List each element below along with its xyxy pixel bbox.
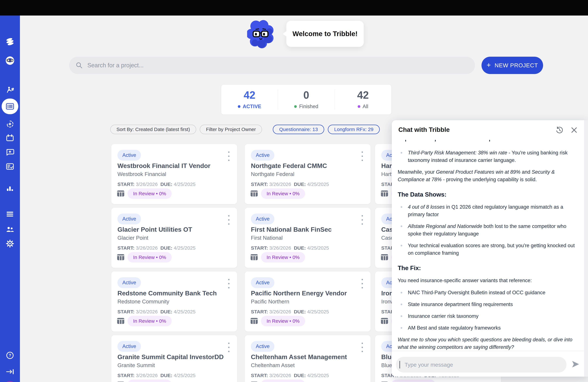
sidebar-item-journeys[interactable] [5, 86, 15, 95]
chat-scrollbar[interactable] [584, 120, 588, 377]
board-icon [116, 189, 125, 197]
board-icon [250, 253, 258, 261]
project-card[interactable]: ActiveGlacier Point Utilities OTGlacier … [111, 208, 237, 268]
welcome-text: Welcome to Tribble! [293, 30, 357, 38]
stat-value: 0 [303, 90, 309, 100]
chat-history-icon[interactable] [555, 126, 564, 134]
send-icon[interactable] [571, 360, 580, 369]
board-icon [116, 380, 125, 382]
status-badge: Active [251, 277, 274, 288]
project-title: First National Bank FinSec [251, 226, 332, 233]
status-dot [294, 105, 297, 108]
sidebar-item-logout[interactable] [5, 367, 15, 376]
sidebar-item-analytics[interactable] [5, 184, 15, 193]
new-project-button[interactable]: + NEW PROJECT [482, 57, 543, 74]
bullet-dot [401, 304, 402, 305]
chat-paragraph: Want me to show you which specific quest… [398, 336, 578, 350]
board-icon [380, 253, 389, 261]
card-menu-kebab-icon[interactable] [226, 342, 232, 353]
search-input[interactable] [87, 62, 475, 69]
project-title: Westbrook Financial IT Vendor [117, 162, 210, 170]
stat-label: All [363, 104, 368, 109]
status-dot [238, 105, 240, 108]
chat-message-input[interactable] [404, 361, 567, 368]
tribble-logo-icon [5, 37, 15, 46]
sidebar-item-chat[interactable] [5, 148, 15, 157]
sidebar-item-sync[interactable] [5, 119, 15, 128]
filter-chip-1[interactable]: Sort By: Created Date (latest first) [110, 125, 196, 134]
project-client: Casc [381, 235, 394, 241]
tribble-mascot-icon [247, 20, 275, 49]
tribble-logo-icon [5, 37, 15, 46]
app-screen: ? TK Welcome to Tribble! [0, 0, 588, 382]
status-badge: Active [251, 341, 274, 352]
project-client: Hartf [381, 171, 393, 177]
chat-title: Chat with Tribble [398, 126, 450, 133]
card-menu-kebab-icon[interactable] [226, 278, 232, 289]
stat-finished[interactable]: 0Finished [278, 85, 335, 115]
project-card[interactable]: ActiveCheltenham Asset ManagementChelten… [245, 335, 371, 382]
chat-input-wrap[interactable] [396, 357, 567, 373]
chat-heading: The Fix: [398, 264, 578, 272]
project-dates: START: 3/26/2026 DUE: 4/25/2025 [117, 309, 195, 315]
filter-chip-3[interactable]: Questionnaire: 13 [273, 125, 324, 134]
project-search[interactable] [69, 57, 475, 74]
filter-chip-2[interactable]: Filter by Project Owner [200, 125, 262, 134]
sidebar-item-settings[interactable] [5, 239, 15, 248]
board-icon [380, 317, 389, 325]
journeys-icon [5, 86, 15, 95]
board-icon [116, 253, 125, 261]
status-badge: Active [117, 213, 141, 224]
divider [335, 89, 335, 110]
chat-messages[interactable]: Third-Party Risk Management: 38% win rat… [398, 139, 578, 350]
sidebar-item-calendar[interactable] [5, 133, 15, 143]
sidebar-item-tasks[interactable] [5, 162, 15, 171]
review-progress-badge: In Review • 0% [127, 252, 172, 263]
stat-all[interactable]: 42All [335, 85, 391, 115]
close-icon[interactable] [570, 126, 578, 134]
card-menu-kebab-icon[interactable] [359, 150, 366, 162]
settings-icon [5, 239, 15, 248]
card-menu-kebab-icon[interactable] [226, 214, 232, 226]
project-dates: START: 3/26/2026 DUE: 4/25/2025 [251, 373, 329, 378]
project-client: Redstone Community [117, 298, 169, 305]
project-card[interactable]: ActivePacific Northern Energy VendorPaci… [245, 271, 371, 332]
card-menu-kebab-icon[interactable] [359, 278, 366, 289]
card-menu-kebab-icon[interactable] [226, 150, 232, 162]
project-dates: START: 3/26/2026 DUE: 4/25/2025 [117, 373, 195, 378]
sidebar-item-collections[interactable] [5, 210, 15, 219]
sidebar-item-projects[interactable] [2, 99, 18, 114]
chat-footer [392, 351, 584, 377]
team-icon [5, 225, 15, 234]
project-card[interactable]: ActiveNorthgate Federal CMMCNorthgate Fe… [245, 144, 371, 204]
project-title: Granite Summit Capital InvestorDD [117, 353, 224, 361]
bullet-dot [401, 206, 402, 208]
project-card[interactable]: ActiveGranite Summit Capital InvestorDDG… [111, 335, 237, 382]
project-client: Westbrook Financial [117, 171, 166, 177]
board-icon [380, 380, 389, 382]
chat-bullet-item: AM Best and state regulatory frameworks [398, 324, 578, 332]
card-menu-kebab-icon[interactable] [359, 342, 366, 353]
clipped-message-line [398, 139, 578, 142]
chat-bullet-item: Third-Party Risk Management: 38% win rat… [398, 149, 578, 164]
card-menu-kebab-icon[interactable] [359, 214, 366, 226]
sidebar-item-team[interactable] [5, 225, 15, 234]
board-icon [116, 317, 125, 325]
user-avatar[interactable]: TK [2, 381, 18, 382]
chat-icon [5, 148, 15, 157]
bullet-dot [401, 292, 402, 294]
project-card[interactable]: ActiveWestbrook Financial IT VendorWestb… [111, 144, 237, 204]
project-client: Cheltenham Asset [251, 362, 295, 368]
review-progress-badge: In Review • 0% [391, 380, 436, 382]
chat-bullet-item: Insurance carrier risk taxonomy [398, 312, 578, 320]
sidebar-item-help[interactable]: ? [5, 351, 15, 360]
stat-active[interactable]: 42ACTIVE [221, 85, 278, 115]
board-icon [250, 317, 258, 325]
chat-bullet-item: Your technical evaluation scores are str… [398, 242, 578, 257]
filter-chip-4[interactable]: Longform RFx: 29 [328, 125, 380, 134]
sync-icon [5, 119, 15, 128]
assistant-avatar-icon[interactable] [5, 56, 15, 65]
tasks-icon [5, 162, 15, 171]
project-card[interactable]: ActiveRedstone Community Bank TechRedsto… [111, 271, 237, 332]
project-card[interactable]: ActiveFirst National Bank FinSecFirst Na… [245, 208, 371, 268]
